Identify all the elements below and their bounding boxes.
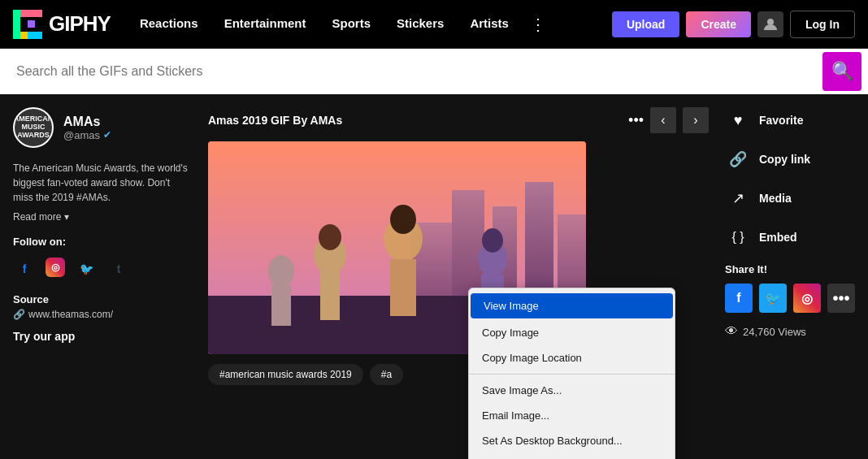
gif-header: Amas 2019 GIF By AMAs ••• ‹ › [208, 107, 709, 133]
views-row: 👁 24,760 Views [725, 324, 855, 339]
svg-rect-5 [28, 20, 35, 28]
svg-rect-11 [525, 182, 553, 296]
share-facebook-button[interactable]: f [725, 284, 753, 313]
gif-title: Amas 2019 GIF By AMAs [208, 114, 342, 127]
svg-point-23 [482, 228, 503, 253]
ctx-copy-image-label: Copy Image [482, 327, 539, 339]
svg-point-24 [268, 255, 294, 288]
search-button[interactable]: 🔍 [822, 52, 861, 91]
nav-reactions[interactable]: Reactions [127, 0, 211, 49]
create-button[interactable]: Create [686, 11, 751, 37]
channel-header: AMERICANMUSICAWARDS AMAs @amas ✔ [13, 107, 192, 148]
ctx-save-image-as[interactable]: Save Image As... [469, 378, 675, 403]
header: GIPHY Reactions Entertainment Sports Sti… [0, 0, 868, 49]
copy-link-button[interactable]: 🔗 Copy link [725, 146, 855, 172]
ctx-set-desktop-bg[interactable]: Set As Desktop Background... [469, 428, 675, 453]
ctx-copy-image-location[interactable]: Copy Image Location [469, 345, 675, 370]
tag-1[interactable]: #american music awards 2019 [208, 364, 363, 385]
svg-rect-19 [390, 259, 416, 316]
context-menu: View Image Copy Image Copy Image Locatio… [468, 288, 675, 459]
share-instagram-button[interactable]: ◎ [793, 284, 821, 313]
read-more-button[interactable]: Read more ▾ [13, 211, 192, 223]
tumblr-link[interactable]: t [107, 258, 130, 280]
main-content: AMERICANMUSICAWARDS AMAs @amas ✔ The Ame… [0, 94, 868, 398]
share-icons: f 🐦 ◎ ••• [725, 284, 855, 313]
nav-sports[interactable]: Sports [319, 0, 384, 49]
ctx-view-image-info[interactable]: View Image Info [469, 453, 675, 459]
eye-icon: 👁 [725, 324, 738, 339]
copy-link-label: Copy link [759, 153, 810, 166]
link-icon: 🔗 [13, 309, 25, 320]
source-link[interactable]: 🔗 www.theamas.com/ [13, 309, 192, 320]
svg-rect-6 [28, 32, 42, 39]
twitter-link[interactable]: 🐦 [75, 258, 98, 280]
ctx-email-image-label: Email Image... [482, 409, 549, 422]
link-icon: 🔗 [725, 146, 751, 172]
ctx-copy-image[interactable]: Copy Image [469, 320, 675, 345]
chevron-down-icon: ▾ [64, 211, 69, 223]
svg-rect-25 [271, 285, 291, 326]
share-twitter-button[interactable]: 🐦 [759, 284, 787, 313]
follow-section: Follow on: [13, 236, 192, 248]
next-gif-button[interactable]: › [683, 107, 709, 133]
right-sidebar: ♥ Favorite 🔗 Copy link ↗ Media { } Embed… [725, 107, 855, 385]
instagram-link[interactable]: ◎ [46, 258, 65, 277]
follow-label: Follow on: [13, 236, 192, 248]
svg-rect-9 [452, 190, 484, 296]
svg-rect-0 [13, 10, 20, 39]
channel-avatar: AMERICANMUSICAWARDS [13, 107, 54, 148]
svg-point-7 [767, 19, 774, 25]
logo-text: GIPHY [49, 11, 111, 37]
source-label: Source [13, 293, 192, 305]
svg-point-20 [390, 205, 416, 234]
share-more-button[interactable]: ••• [827, 284, 855, 313]
ctx-copy-image-location-label: Copy Image Location [482, 352, 582, 364]
ctx-separator-1 [469, 374, 675, 375]
svg-rect-4 [35, 10, 42, 17]
social-links: f ◎ 🐦 t [13, 258, 192, 280]
gif-more-options[interactable]: ••• [628, 112, 644, 129]
giphy-logo-icon [13, 10, 42, 39]
embed-icon: { } [725, 224, 751, 250]
channel-name: AMAs [63, 115, 111, 129]
facebook-link[interactable]: f [13, 258, 36, 280]
nav-entertainment[interactable]: Entertainment [211, 0, 319, 49]
login-button[interactable]: Log In [790, 11, 855, 38]
source-section: Source 🔗 www.theamas.com/ [13, 293, 192, 320]
prev-gif-button[interactable]: ‹ [650, 107, 676, 133]
channel-sidebar: AMERICANMUSICAWARDS AMAs @amas ✔ The Ame… [13, 107, 192, 385]
share-icon: ↗ [725, 185, 751, 211]
ctx-view-image-label: View Image [484, 300, 539, 312]
ctx-set-desktop-bg-label: Set As Desktop Background... [482, 435, 623, 447]
embed-label: Embed [759, 231, 797, 244]
views-count: 24,760 Views [743, 326, 806, 338]
logo-area: GIPHY [13, 10, 111, 39]
tag-2[interactable]: #a [370, 364, 403, 385]
media-button[interactable]: ↗ Media [725, 185, 855, 211]
upload-button[interactable]: Upload [612, 11, 679, 37]
header-right: Upload Create Log In [612, 11, 855, 38]
favorite-button[interactable]: ♥ Favorite [725, 107, 855, 133]
channel-description: The American Music Awards, the world's b… [13, 161, 192, 205]
more-nav-dots[interactable]: ⋮ [522, 0, 554, 49]
embed-button[interactable]: { } Embed [725, 224, 855, 250]
nav-stickers[interactable]: Stickers [384, 0, 457, 49]
user-avatar-icon[interactable] [757, 11, 783, 37]
ctx-view-image[interactable]: View Image [471, 293, 673, 318]
gif-header-actions: ••• ‹ › [628, 107, 709, 133]
ctx-email-image[interactable]: Email Image... [469, 403, 675, 428]
verified-badge: ✔ [103, 129, 111, 141]
svg-point-17 [319, 224, 341, 250]
share-label: Share It! [725, 263, 855, 275]
nav-artists[interactable]: Artists [457, 0, 522, 49]
svg-rect-16 [320, 271, 340, 320]
svg-rect-12 [558, 214, 586, 296]
svg-rect-3 [28, 10, 35, 17]
try-app-link[interactable]: Try our app [13, 330, 192, 343]
search-bar: 🔍 [0, 49, 868, 94]
channel-info: AMAs @amas ✔ [63, 115, 111, 141]
handle-text: @amas [63, 129, 100, 141]
search-input[interactable] [7, 64, 822, 79]
channel-handle: @amas ✔ [63, 129, 111, 141]
favorite-label: Favorite [759, 114, 803, 127]
